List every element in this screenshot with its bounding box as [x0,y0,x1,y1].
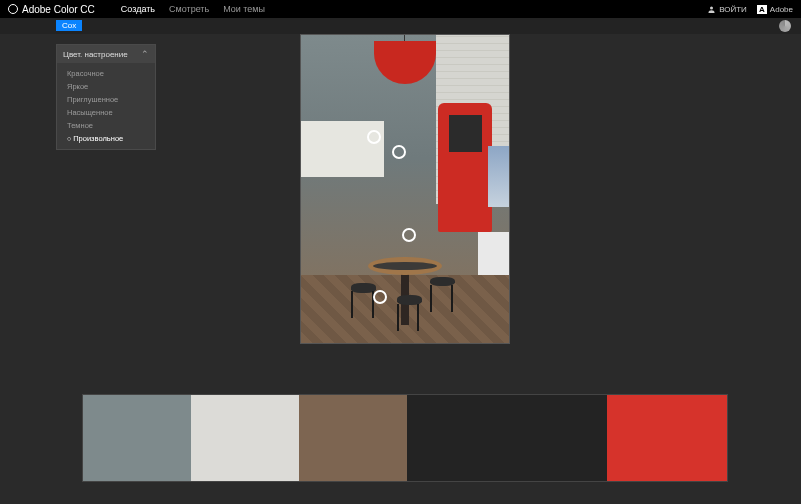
topbar-right: ВОЙТИ A Adobe [707,5,793,14]
sub-bar: Сох [0,18,801,34]
nav-explore[interactable]: Смотреть [169,4,209,14]
color-picker-dot[interactable] [373,290,387,304]
mood-item[interactable]: Яркое [57,80,155,93]
nav-my-themes[interactable]: Мои темы [223,4,265,14]
swatch-5[interactable] [607,395,727,481]
save-button[interactable]: Сох [56,20,82,31]
palette-row [82,394,728,482]
swatch-4[interactable] [407,395,607,481]
nav-create[interactable]: Создать [121,4,155,14]
login-link[interactable]: ВОЙТИ [707,5,747,14]
topbar-left: Adobe Color CC Создать Смотреть Мои темы [8,4,265,15]
color-picker-dot[interactable] [367,130,381,144]
mood-item[interactable]: Приглушенное [57,93,155,106]
adobe-badge[interactable]: A Adobe [757,5,793,14]
mood-item[interactable]: Насыщенное [57,106,155,119]
app-name: Adobe Color CC [22,4,95,15]
color-mood-panel: Цвет. настроение ⌃ Красочное Яркое Пригл… [56,44,156,150]
color-picker-dot[interactable] [402,228,416,242]
chalkboard [449,115,482,152]
top-bar: Adobe Color CC Создать Смотреть Мои темы… [0,0,801,18]
color-logo-icon [8,4,18,14]
radiator [478,232,509,281]
top-nav: Создать Смотреть Мои темы [121,4,265,14]
user-icon [707,5,716,14]
expand-icon: ⌃ [141,49,149,59]
swatch-1[interactable] [83,395,191,481]
swatch-3[interactable] [299,395,407,481]
color-picker-dot[interactable] [392,145,406,159]
image-canvas[interactable] [300,34,510,344]
mood-item[interactable]: Красочное [57,67,155,80]
adobe-mark-icon: A [757,5,767,14]
login-label: ВОЙТИ [719,5,747,14]
adobe-label: Adobe [770,5,793,14]
source-image [301,35,509,343]
swatch-2[interactable] [191,395,299,481]
pendant-lamp [374,41,436,84]
mood-item-selected[interactable]: Произвольное [57,132,155,145]
panel-header[interactable]: Цвет. настроение ⌃ [57,45,155,63]
svg-point-0 [710,6,713,9]
app-logo[interactable]: Adobe Color CC [8,4,95,15]
chair [343,251,385,319]
mood-list: Красочное Яркое Приглушенное Насыщенное … [57,63,155,149]
window-light [488,146,509,208]
panel-title: Цвет. настроение [63,50,128,59]
color-wheel-icon[interactable] [779,20,791,32]
mood-item[interactable]: Темное [57,119,155,132]
chair [422,244,464,312]
